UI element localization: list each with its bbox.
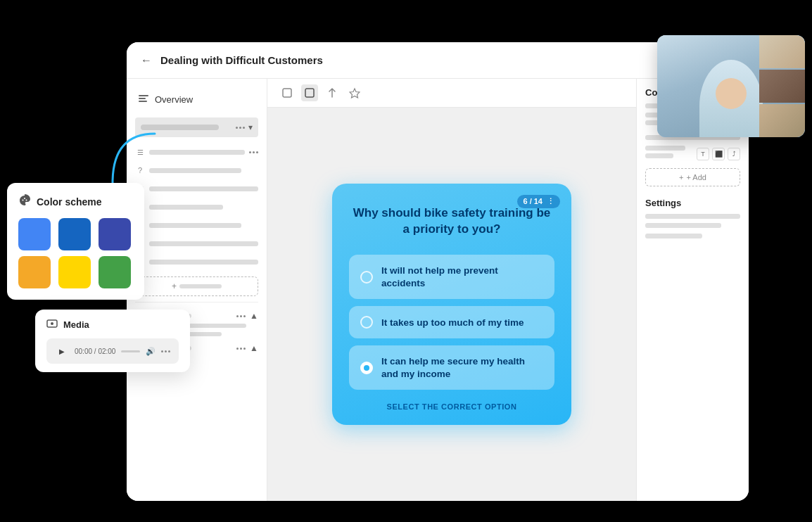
quiz-footer: SELECT THE CORRECT OPTION (349, 402, 554, 411)
play-button[interactable]: ▶ (55, 344, 69, 358)
option-text-2: It takes up too much of my time (381, 317, 524, 329)
toolbar (267, 79, 636, 108)
option-radio-1 (360, 271, 373, 284)
browser-header: ← Dealing with Difficult Customers (127, 42, 749, 79)
volume-icon[interactable]: 🔊 (146, 347, 156, 356)
right-panel: Content T ⬛ ⤴ (636, 79, 749, 501)
panel-add-button[interactable]: + + Add (645, 168, 740, 186)
section-divider (135, 302, 258, 303)
quiz-menu-icon[interactable]: ⋮ (547, 197, 554, 206)
video-main (657, 35, 805, 137)
progress-bar[interactable] (121, 350, 140, 352)
option-radio-2 (360, 316, 373, 329)
media-icon (46, 318, 58, 331)
text-icon-btn-2[interactable]: T (697, 148, 709, 160)
option-text-1: It will not help me prevent accidents (381, 265, 543, 289)
subsection-menu-2[interactable] (236, 348, 246, 350)
media-title: Media (63, 319, 89, 330)
panel-icons-2: T ⬛ ⤴ (697, 148, 740, 160)
sidebar-item-7[interactable]: ✓ (127, 253, 267, 271)
panel-row-2: T ⬛ ⤴ (645, 146, 740, 163)
color-scheme-title: Color scheme (37, 196, 102, 208)
settings-title: Settings (645, 198, 740, 208)
image-icon-btn-2[interactable]: ⬛ (712, 148, 725, 160)
svg-rect-1 (139, 98, 146, 99)
audio-player: ▶ 00:00 / 02:00 🔊 (46, 338, 179, 364)
color-swatch-3[interactable] (99, 218, 131, 250)
plus-icon: + (172, 281, 177, 291)
quiz-counter: 6 / 14 ⋮ (517, 195, 560, 208)
time-display: 00:00 / 02:00 (75, 348, 115, 355)
svg-rect-3 (283, 89, 291, 97)
video-card (657, 35, 805, 137)
svg-point-10 (51, 322, 53, 325)
sidebar-item-6[interactable]: ✏ (127, 234, 267, 253)
option-radio-3 (360, 362, 373, 374)
sidebar-add-button[interactable]: + (135, 276, 258, 296)
option-text-3: It can help me secure my health and my i… (381, 355, 543, 380)
quiz-option-3[interactable]: It can help me secure my health and my i… (349, 345, 554, 390)
video-thumbnails (759, 35, 805, 137)
panel-add-label: + Add (686, 173, 706, 182)
color-swatch-5[interactable] (58, 256, 91, 288)
toolbar-icon-1[interactable] (279, 84, 296, 101)
settings-section: Settings (645, 198, 740, 238)
color-scheme-header: Color scheme (18, 194, 133, 210)
thumb-3 (759, 104, 805, 137)
main-area: Overview ▾ ☰ ? (127, 79, 749, 501)
svg-point-8 (26, 200, 27, 201)
quiz-option-1[interactable]: It will not help me prevent accidents (349, 255, 554, 299)
back-button[interactable]: ← (141, 54, 152, 67)
overview-label: Overview (155, 94, 193, 105)
color-grid (18, 218, 133, 288)
svg-point-7 (24, 198, 25, 199)
sidebar-menu-btn[interactable]: ▾ (236, 122, 253, 132)
thumb-1 (759, 35, 805, 68)
color-swatch-6[interactable] (99, 256, 131, 288)
color-swatch-4[interactable] (18, 256, 51, 288)
browser-window: ← Dealing with Difficult Customers Overv… (127, 42, 749, 501)
toolbar-icon-3[interactable] (324, 84, 341, 101)
svg-rect-2 (139, 101, 147, 102)
color-scheme-card: Color scheme (7, 183, 144, 300)
svg-point-6 (23, 200, 24, 201)
media-card: Media ▶ 00:00 / 02:00 🔊 (35, 310, 190, 372)
svg-rect-0 (139, 95, 148, 96)
slide-area: 6 / 14 ⋮ Why should bike safety training… (267, 108, 636, 501)
collapse-icon-2[interactable]: ▲ (250, 343, 258, 353)
center-content: 6 / 14 ⋮ Why should bike safety training… (267, 79, 636, 501)
color-swatch-2[interactable] (58, 218, 91, 250)
quiz-question: Why should bike safety training be a pri… (349, 205, 554, 238)
thumb-2 (759, 70, 805, 103)
sidebar-item-5[interactable]: ? (127, 216, 267, 234)
quiz-card: 6 / 14 ⋮ Why should bike safety training… (332, 184, 571, 426)
quiz-option-2[interactable]: It takes up too much of my time (349, 306, 554, 338)
paint-icon (18, 194, 31, 210)
page-title: Dealing with Difficult Customers (160, 54, 323, 66)
sidebar-overview[interactable]: Overview (127, 87, 267, 112)
svg-rect-4 (305, 89, 314, 97)
toolbar-star-icon[interactable] (346, 84, 363, 101)
color-swatch-1[interactable] (18, 218, 51, 250)
link-icon-btn-2[interactable]: ⤴ (728, 148, 740, 160)
collapse-icon-1[interactable]: ▲ (250, 311, 258, 321)
svg-marker-5 (350, 89, 360, 98)
item-menu-1[interactable] (249, 151, 258, 153)
panel-plus-icon: + (679, 173, 683, 182)
subsection-menu-1[interactable] (236, 315, 246, 317)
media-header: Media (46, 318, 179, 331)
overview-icon (138, 93, 149, 106)
audio-menu[interactable] (161, 350, 170, 352)
toolbar-icon-2[interactable] (301, 84, 318, 101)
